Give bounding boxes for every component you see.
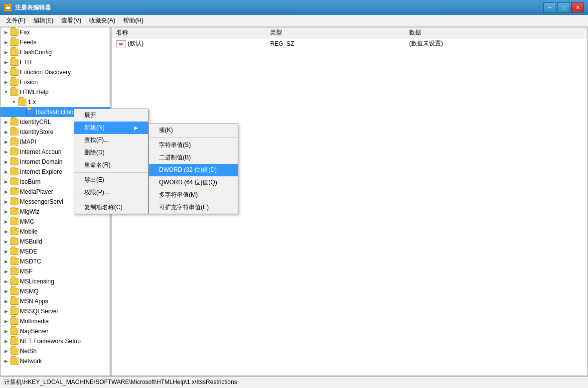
context-menu-expand[interactable]: 展开 (74, 109, 148, 122)
context-menu-find[interactable]: 查找(F)... (74, 134, 148, 146)
submenu-item-multistring[interactable]: 多字符串值(M) (149, 189, 238, 201)
submenu-item-dword[interactable]: DWORD (32-位)值(D) (149, 164, 238, 176)
status-text: 计算机\HKEY_LOCAL_MACHINE\SOFTWARE\Microsof… (4, 378, 237, 387)
tree-label-migwiz: MigWiz (20, 208, 39, 215)
tree-item-functiondiscovery[interactable]: ▶ Function Discovery (0, 67, 110, 77)
expand-icon-id[interactable]: ▶ (2, 158, 9, 165)
context-menu-new[interactable]: 新建(N) ▶ (74, 122, 148, 134)
folder-icon-identitycrl (10, 119, 18, 126)
submenu-key-label: 项(K) (159, 126, 173, 134)
minimize-button[interactable]: ─ (543, 2, 556, 12)
tree-label-mobile: Mobile (20, 228, 37, 235)
tree-item-netframeworksetup[interactable]: ▶ NET Framework Setup (0, 336, 110, 346)
folder-icon-network (10, 358, 18, 365)
expand-icon-htmlhelp[interactable]: ▼ (2, 89, 9, 96)
tree-item-mssqlserver[interactable]: ▶ MSSQLServer (0, 306, 110, 316)
tree-item-feeds[interactable]: ▶ Feeds (0, 37, 110, 47)
tree-item-msf[interactable]: ▶ MSF (0, 266, 110, 276)
menu-help[interactable]: 帮助(H) (119, 15, 147, 26)
submenu-item-qword[interactable]: QWORD (64 位)值(Q) (149, 176, 238, 189)
expand-icon-ia[interactable]: ▶ (2, 148, 9, 155)
context-menu: 展开 新建(N) ▶ 查找(F)... 删除(D) 重命名(R) 导出(E) 权… (74, 109, 148, 214)
status-bar: 计算机\HKEY_LOCAL_MACHINE\SOFTWARE\Microsof… (0, 376, 588, 388)
close-button[interactable]: ✕ (571, 2, 584, 12)
expand-icon-msnapps[interactable]: ▶ (2, 298, 9, 305)
tree-item-network[interactable]: ▶ Network (0, 356, 110, 366)
tree-item-1x[interactable]: ▼ 1.x (0, 97, 110, 107)
tree-label-mmc: MMC (20, 218, 34, 225)
maximize-button[interactable]: □ (557, 2, 570, 12)
tree-item-fth[interactable]: ▶ FTH (0, 57, 110, 67)
expand-icon-mp[interactable]: ▶ (2, 188, 9, 195)
expand-icon-msdtc[interactable]: ▶ (2, 258, 9, 265)
expand-icon-netsh[interactable]: ▶ (2, 348, 9, 355)
col-header-data: 数据 (405, 27, 588, 38)
context-menu-rename[interactable]: 重命名(R) (74, 159, 148, 171)
tree-label-fax: Fax (20, 29, 30, 36)
folder-icon-netsh (10, 348, 18, 355)
expand-icon-mmc[interactable]: ▶ (2, 218, 9, 225)
tree-item-mmc[interactable]: ▶ MMC (0, 217, 110, 227)
expand-icon-ms[interactable]: ▶ (2, 198, 9, 205)
expand-icon-network[interactable]: ▶ (2, 358, 9, 365)
tree-item-flashconfig[interactable]: ▶ FlashConfig (0, 47, 110, 57)
context-menu-copy-name[interactable]: 复制项名称(C) (74, 201, 148, 214)
context-menu-export[interactable]: 导出(E) (74, 174, 148, 186)
expand-icon-imapi[interactable]: ▶ (2, 138, 9, 145)
table-row[interactable]: ab (默认) REG_SZ (数值未设置) (112, 38, 588, 49)
expand-icon-fax[interactable]: ▶ (2, 29, 9, 36)
tree-item-multimedia[interactable]: ▶ Multimedia (0, 316, 110, 326)
menu-file[interactable]: 文件(F) (2, 15, 29, 26)
expand-icon-identitystore[interactable]: ▶ (2, 129, 9, 135)
expand-icon-fd[interactable]: ▶ (2, 69, 9, 76)
sub-context-menu: 项(K) 字符串值(S) 二进制值(B) DWORD (32-位)值(D) QW… (148, 124, 238, 214)
expand-icon-msl[interactable]: ▶ (2, 278, 9, 285)
expand-icon-flashconfig[interactable]: ▶ (2, 49, 9, 56)
tree-item-msbuild[interactable]: ▶ MSBuild (0, 237, 110, 247)
folder-icon-fth (10, 59, 18, 66)
submenu-item-expandstring[interactable]: 可扩充字符串值(E) (149, 201, 238, 214)
context-find-label: 查找(F)... (84, 136, 109, 144)
tree-item-msdtc[interactable]: ▶ MSDTC (0, 257, 110, 266)
expand-icon-msde[interactable]: ▶ (2, 248, 9, 255)
expand-icon-feeds[interactable]: ▶ (2, 39, 9, 46)
expand-icon-napserver[interactable]: ▶ (2, 328, 9, 335)
expand-icon-fusion[interactable]: ▶ (2, 79, 9, 86)
submenu-item-string[interactable]: 字符串值(S) (149, 139, 238, 151)
expand-icon-mobile[interactable]: ▶ (2, 228, 9, 235)
expand-icon-msmq[interactable]: ▶ (2, 288, 9, 295)
expand-icon-mssql[interactable]: ▶ (2, 308, 9, 315)
expand-icon-msf[interactable]: ▶ (2, 268, 9, 275)
submenu-item-binary[interactable]: 二进制值(B) (149, 151, 238, 164)
context-menu-delete[interactable]: 删除(D) (74, 146, 148, 159)
expand-icon-fth[interactable]: ▶ (2, 59, 9, 66)
tree-item-mobile[interactable]: ▶ Mobile (0, 227, 110, 237)
tree-item-msmq[interactable]: ▶ MSMQ (0, 286, 110, 296)
tree-item-netsh[interactable]: ▶ NetSh (0, 346, 110, 356)
expand-icon-identitycrl[interactable]: ▶ (2, 119, 9, 126)
context-new-label: 新建(N) (84, 124, 105, 132)
menu-edit[interactable]: 编辑(E) (29, 15, 57, 26)
context-export-label: 导出(E) (84, 176, 104, 184)
expand-icon-netfw[interactable]: ▶ (2, 338, 9, 345)
submenu-item-key[interactable]: 项(K) (149, 124, 238, 136)
tree-item-msde[interactable]: ▶ MSDE (0, 247, 110, 257)
expand-icon-ie[interactable]: ▶ (2, 168, 9, 175)
window-title: 注册表编辑器 (15, 3, 543, 12)
expand-icon-multimedia[interactable]: ▶ (2, 318, 9, 325)
tree-item-fax[interactable]: ▶ Fax (0, 27, 110, 37)
expand-icon-migwiz[interactable]: ▶ (2, 208, 9, 215)
tree-item-htmlhelp[interactable]: ▼ HTMLHelp (0, 87, 110, 97)
menu-view[interactable]: 查看(V) (57, 15, 85, 26)
tree-item-msnapps[interactable]: ▶ MSN Apps (0, 296, 110, 306)
tree-item-mslicensing[interactable]: ▶ MSLicensing (0, 276, 110, 286)
tree-label-itss: ItssRestrictions (36, 109, 76, 116)
tree-item-napserver[interactable]: ▶ NapServer (0, 326, 110, 336)
tree-item-fusion[interactable]: ▶ Fusion (0, 77, 110, 87)
expand-icon-isoburn[interactable]: ▶ (2, 178, 9, 185)
expand-icon-1x[interactable]: ▼ (10, 99, 17, 106)
expand-icon-msbuild[interactable]: ▶ (2, 238, 9, 245)
folder-icon-feeds (10, 39, 18, 46)
menu-favorites[interactable]: 收藏夹(A) (85, 15, 119, 26)
context-menu-permissions[interactable]: 权限(P)... (74, 186, 148, 199)
